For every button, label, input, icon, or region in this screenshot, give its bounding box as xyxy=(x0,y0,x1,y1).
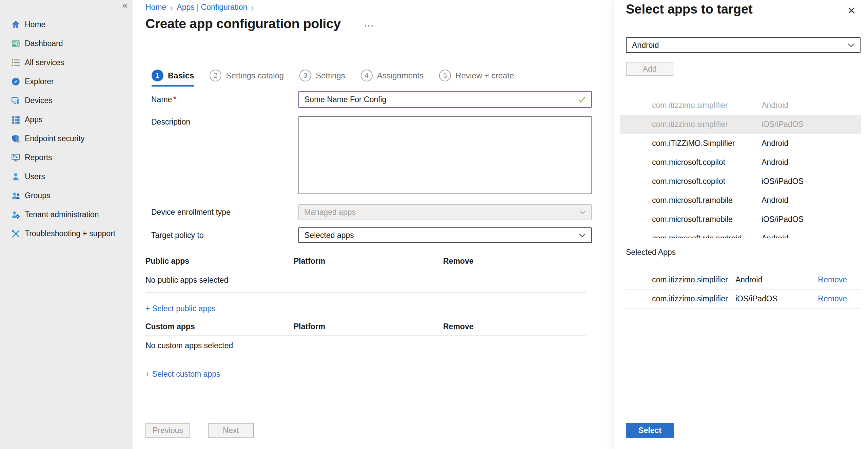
sidebar-item-label: Groups xyxy=(25,191,50,200)
sidebar-nav: Home Dashboard All services Explorer xyxy=(0,0,133,243)
sidebar-item-endpoint-security[interactable]: Endpoint security xyxy=(0,129,133,148)
select-button[interactable]: Select xyxy=(626,423,674,438)
sidebar-item-label: Dashboard xyxy=(25,39,63,48)
sidebar-item-dashboard[interactable]: Dashboard xyxy=(0,34,133,53)
sidebar-item-tenant-administration[interactable]: Tenant administration xyxy=(0,205,133,224)
selected-apps-list: com.itizzimo.simplifier Android Remove c… xyxy=(626,270,861,308)
breadcrumb-link-apps-configuration[interactable]: Apps | Configuration xyxy=(177,3,247,12)
sidebar-item-troubleshooting-support[interactable]: Troubleshooting + support xyxy=(0,224,133,243)
reports-icon xyxy=(11,153,20,162)
explorer-icon xyxy=(11,77,20,86)
app-name: com.microsoft.ramobile xyxy=(652,196,762,205)
intune-admin-app: « Home Dashboard All services xyxy=(0,0,868,449)
select-custom-apps-link[interactable]: + Select custom apps xyxy=(145,370,220,379)
step-tab-settings[interactable]: 3 Settings xyxy=(299,70,345,81)
previous-button[interactable]: Previous xyxy=(145,423,190,438)
breadcrumb-separator-icon: › xyxy=(251,3,254,12)
description-label: Description xyxy=(145,116,298,194)
step-tab-assignments[interactable]: 4 Assignments xyxy=(361,70,423,81)
sidebar-item-all-services[interactable]: All services xyxy=(0,53,133,72)
app-row: com.itizzimo.simplifier iOS/iPadOS xyxy=(620,115,861,134)
step-label: Review + create xyxy=(455,71,514,80)
platform-select[interactable]: Android xyxy=(626,37,861,53)
description-input[interactable] xyxy=(298,116,592,194)
groups-icon xyxy=(11,191,20,200)
add-button[interactable]: Add xyxy=(626,62,673,76)
platform-select-value: Android xyxy=(632,41,659,50)
step-number-badge: 1 xyxy=(152,70,163,81)
app-row[interactable]: com.microsoft.ramobile iOS/iPadOS xyxy=(620,210,861,229)
custom-apps-table: Custom apps Platform Remove No custom ap… xyxy=(145,322,586,358)
step-tab-review-create[interactable]: 5 Review + create xyxy=(439,70,514,81)
selected-apps-title: Selected Apps xyxy=(626,248,676,257)
chevron-down-icon xyxy=(578,208,587,216)
app-row[interactable]: com.microsoft.copilot Android xyxy=(620,153,861,172)
sidebar-item-home[interactable]: Home xyxy=(0,15,133,34)
step-label: Assignments xyxy=(377,71,423,80)
step-number-badge: 2 xyxy=(210,70,221,81)
step-tab-basics[interactable]: 1 Basics xyxy=(152,70,194,81)
sidebar-item-reports[interactable]: Reports xyxy=(0,148,133,167)
remove-link[interactable]: Remove xyxy=(818,275,847,284)
device-enrollment-row: Device enrollment type Managed apps xyxy=(145,204,592,220)
select-public-apps-link[interactable]: + Select public apps xyxy=(145,304,216,313)
app-platform: Android xyxy=(762,196,861,205)
close-icon[interactable]: ✕ xyxy=(847,5,856,17)
app-picker-list: com.itizzimo.simplifier Android com.itiz… xyxy=(620,96,861,238)
app-row[interactable]: com.iTiZZiMO.Simplifier Android xyxy=(620,134,861,153)
app-platform: Android xyxy=(762,158,861,167)
sidebar-item-explorer[interactable]: Explorer xyxy=(0,72,133,91)
target-policy-select[interactable]: Selected apps xyxy=(298,227,592,243)
name-label-text: Name xyxy=(151,95,172,104)
chevron-down-icon xyxy=(847,41,855,49)
select-apps-panel: Select apps to target ✕ Android Add com.… xyxy=(614,0,868,449)
app-platform: Android xyxy=(762,234,861,238)
next-button[interactable]: Next xyxy=(208,423,254,438)
sidebar-item-label: Devices xyxy=(25,96,53,105)
step-number-badge: 4 xyxy=(361,70,373,81)
sidebar-item-devices[interactable]: Devices xyxy=(0,91,133,110)
main-content: Home › Apps | Configuration › Create app… xyxy=(134,0,614,449)
column-header: Custom apps xyxy=(145,322,294,331)
checkmark-icon xyxy=(577,95,587,106)
app-platform: iOS/iPadOS xyxy=(762,177,861,186)
public-apps-empty-row: No public apps selected xyxy=(145,270,586,293)
sidebar-item-users[interactable]: Users xyxy=(0,167,133,186)
name-label: Name* xyxy=(145,95,298,104)
name-input[interactable] xyxy=(298,91,592,108)
remove-link[interactable]: Remove xyxy=(818,294,847,303)
more-menu-button[interactable]: … xyxy=(363,17,375,29)
app-platform: iOS/iPadOS xyxy=(735,294,818,303)
sidebar-item-label: Explorer xyxy=(25,77,54,86)
app-name: com.iTiZZiMO.Simplifier xyxy=(652,139,762,148)
endpoint-security-icon xyxy=(11,134,20,143)
sidebar-item-label: Troubleshooting + support xyxy=(25,229,115,238)
tenant-administration-icon xyxy=(11,210,20,219)
app-name: com.microsoft.rdc.android xyxy=(652,234,762,238)
app-row: com.itizzimo.simplifier Android xyxy=(620,96,861,115)
step-label: Settings catalog xyxy=(226,71,284,80)
step-label: Settings xyxy=(316,71,345,80)
app-row[interactable]: com.microsoft.copilot iOS/iPadOS xyxy=(620,172,861,191)
panel-title: Select apps to target xyxy=(626,2,753,17)
sidebar-item-apps[interactable]: Apps xyxy=(0,110,133,129)
sidebar-collapse-button[interactable]: « xyxy=(122,0,127,11)
app-platform: iOS/iPadOS xyxy=(762,120,861,129)
description-row: Description xyxy=(145,116,592,194)
column-header: Remove xyxy=(443,322,586,331)
sidebar-item-label: All services xyxy=(25,58,64,67)
column-header: Public apps xyxy=(145,257,294,266)
troubleshooting-support-icon xyxy=(11,229,20,238)
panel-footer: Select xyxy=(626,412,674,449)
basics-form: Name* Description Device enrollment type… xyxy=(145,91,592,379)
breadcrumb-link-home[interactable]: Home xyxy=(145,3,166,12)
app-row[interactable]: com.microsoft.rdc.android Android xyxy=(620,229,861,238)
sidebar-item-label: Reports xyxy=(25,153,52,162)
app-row[interactable]: com.microsoft.ramobile Android xyxy=(620,191,861,210)
step-label: Basics xyxy=(168,71,194,80)
target-policy-value: Selected apps xyxy=(304,231,354,240)
step-tab-settings-catalog[interactable]: 2 Settings catalog xyxy=(210,70,284,81)
name-row: Name* xyxy=(145,91,592,108)
all-services-icon xyxy=(11,58,20,67)
sidebar-item-groups[interactable]: Groups xyxy=(0,186,133,205)
